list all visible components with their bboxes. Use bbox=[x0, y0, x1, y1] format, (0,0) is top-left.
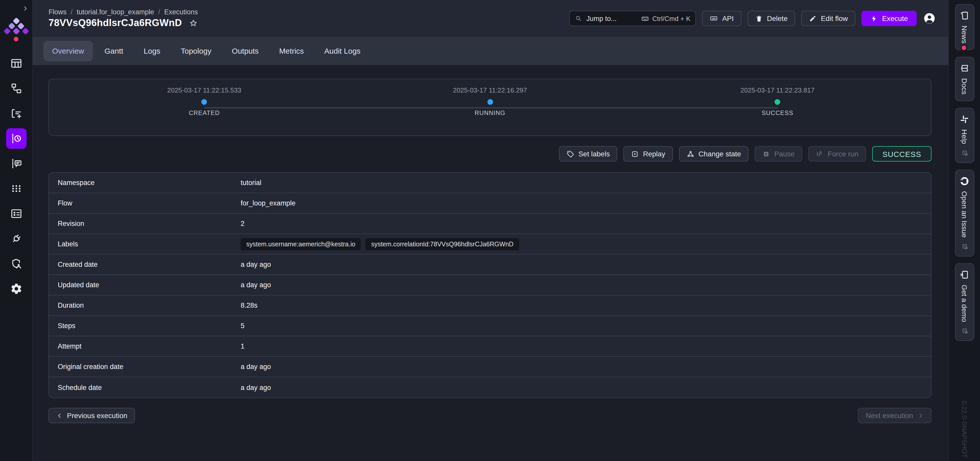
runner-icon bbox=[816, 150, 824, 158]
row-value: system.username:aemerich@kestra.iosystem… bbox=[241, 238, 519, 250]
milestone-state: RUNNING bbox=[434, 109, 546, 116]
milestone-state: SUCCESS bbox=[721, 109, 834, 116]
jump-to-search[interactable]: Jump to... Ctrl/Cmd + K bbox=[570, 11, 696, 26]
kestra-logo[interactable] bbox=[5, 17, 27, 42]
breadcrumb-separator: / bbox=[71, 8, 73, 16]
star-icon[interactable] bbox=[189, 19, 198, 27]
logo-diamond bbox=[3, 27, 11, 35]
row-label: Flow bbox=[49, 199, 241, 207]
slack-icon bbox=[959, 115, 969, 124]
set-labels-button[interactable]: Set labels bbox=[559, 146, 617, 161]
shield-icon bbox=[10, 258, 22, 270]
row-label: Steps bbox=[49, 322, 241, 330]
breadcrumb-item-flows[interactable]: Flows bbox=[49, 8, 67, 16]
milestone-timestamp: 2025-03-17 11:22:15.533 bbox=[148, 86, 261, 94]
delete-label: Delete bbox=[767, 14, 788, 22]
tab-metrics[interactable]: Metrics bbox=[270, 41, 313, 61]
table-row-flow: Flowfor_loop_example bbox=[49, 193, 931, 214]
tab-label: Metrics bbox=[279, 46, 304, 55]
rail-button-open-an-issue[interactable]: Open an Issue bbox=[955, 169, 974, 256]
tab-gantt[interactable]: Gantt bbox=[96, 41, 132, 61]
edit-flow-label: Edit flow bbox=[821, 14, 848, 22]
button-label: Change state bbox=[698, 150, 741, 158]
sidebar-item-administration[interactable] bbox=[6, 254, 26, 274]
sidebar-item-blueprints[interactable] bbox=[6, 203, 26, 224]
logmsg-icon bbox=[10, 158, 22, 170]
next-execution-label: Next execution bbox=[866, 412, 913, 420]
sidebar-item-executions[interactable] bbox=[6, 128, 26, 149]
edit-flow-button[interactable]: Edit flow bbox=[802, 11, 856, 26]
logo-diamond bbox=[17, 22, 24, 30]
sidebar-item-flows[interactable] bbox=[6, 78, 26, 99]
monitor-icon bbox=[959, 270, 969, 279]
rail-button-get-a-demo[interactable]: Get a demo bbox=[955, 263, 974, 341]
app-root: Flows/tutorial.for_loop_example/Executio… bbox=[0, 0, 980, 461]
row-value-text: 5 bbox=[241, 322, 245, 330]
listplus-icon bbox=[10, 107, 22, 120]
row-value-text: 8.28s bbox=[241, 301, 258, 309]
label-chip[interactable]: system.correlationId:78VVsQ96hdlsrCJa6RG… bbox=[366, 238, 519, 250]
execute-label: Execute bbox=[882, 14, 908, 22]
execs-icon bbox=[10, 132, 22, 145]
account-icon bbox=[923, 12, 936, 25]
rail-button-docs[interactable]: Docs bbox=[955, 57, 974, 101]
sidebar-item-logs[interactable] bbox=[6, 153, 26, 174]
row-value: a day ago bbox=[241, 281, 271, 289]
tab-logs[interactable]: Logs bbox=[135, 41, 169, 61]
breadcrumb-item-tutorial-for-loop-example[interactable]: tutorial.for_loop_example bbox=[76, 8, 154, 16]
notification-badge bbox=[960, 45, 967, 51]
delete-button[interactable]: Delete bbox=[748, 11, 795, 26]
sidebar-item-templates[interactable] bbox=[6, 103, 26, 124]
logo-diamond bbox=[13, 27, 20, 35]
open-in-new-icon bbox=[961, 243, 968, 250]
tab-topology[interactable]: Topology bbox=[172, 41, 220, 61]
previous-execution-label: Previous execution bbox=[67, 412, 127, 420]
next-execution-button[interactable]: Next execution bbox=[858, 408, 931, 423]
pencil-icon bbox=[809, 14, 817, 22]
breadcrumb-item-executions[interactable]: Executions bbox=[164, 8, 198, 16]
row-label: Schedule date bbox=[49, 384, 241, 391]
execute-button[interactable]: Execute bbox=[862, 11, 916, 26]
row-value-text: a day ago bbox=[241, 363, 271, 370]
table-row-created-date: Created datea day ago bbox=[49, 255, 931, 275]
row-value: a day ago bbox=[241, 363, 271, 370]
user-avatar-button[interactable] bbox=[923, 12, 936, 25]
row-value-text: for_loop_example bbox=[241, 199, 296, 207]
tab-outputs[interactable]: Outputs bbox=[223, 41, 267, 61]
milestone-running: 2025-03-17 11:22:16.297RUNNING bbox=[434, 79, 546, 116]
rail-button-label: News bbox=[960, 26, 969, 43]
tab-overview[interactable]: Overview bbox=[43, 41, 93, 61]
milestone-timestamp: 2025-03-17 11:22:16.297 bbox=[434, 86, 546, 94]
row-value: tutorial bbox=[241, 179, 261, 187]
table-row-schedule-date: Schedule datea day ago bbox=[49, 377, 931, 398]
change-state-button[interactable]: Change state bbox=[679, 146, 749, 161]
row-value: for_loop_example bbox=[241, 199, 296, 207]
label-chip[interactable]: system.username:aemerich@kestra.io bbox=[241, 238, 361, 250]
pause-button[interactable]: Pause bbox=[755, 146, 802, 161]
row-value: 5 bbox=[241, 322, 245, 330]
rail-button-news[interactable]: News bbox=[955, 4, 974, 50]
sidebar-item-plugins[interactable] bbox=[6, 228, 26, 249]
shortcut-text: Ctrl/Cmd + K bbox=[652, 14, 690, 22]
sidebar-item-settings[interactable] bbox=[6, 279, 26, 299]
row-value-text: 1 bbox=[241, 343, 245, 350]
logo-dot bbox=[14, 37, 18, 41]
rail-button-help[interactable]: Help bbox=[955, 108, 974, 163]
tab-audit-logs[interactable]: Audit Logs bbox=[315, 41, 369, 61]
previous-execution-button[interactable]: Previous execution bbox=[49, 408, 135, 423]
gear-icon bbox=[10, 282, 22, 295]
replay-button[interactable]: Replay bbox=[624, 146, 673, 161]
sidebar-item-dashboards[interactable] bbox=[6, 53, 26, 73]
api-button[interactable]: API API bbox=[702, 11, 741, 26]
force-run-button[interactable]: Force run bbox=[808, 146, 866, 161]
table-row-duration: Duration8.28s bbox=[49, 295, 931, 316]
sidebar-expand-button[interactable] bbox=[21, 5, 30, 14]
sidebar-item-namespaces[interactable] bbox=[6, 179, 26, 199]
button-label: Set labels bbox=[578, 150, 610, 158]
row-label: Namespace bbox=[49, 179, 241, 187]
header-left: Flows/tutorial.for_loop_example/Executio… bbox=[49, 8, 198, 29]
rail-button-label: Docs bbox=[960, 78, 969, 94]
rail-button-label: Get a demo bbox=[960, 285, 969, 322]
rail-button-label: Help bbox=[960, 129, 969, 144]
status-badge: SUCCESS bbox=[872, 146, 931, 161]
